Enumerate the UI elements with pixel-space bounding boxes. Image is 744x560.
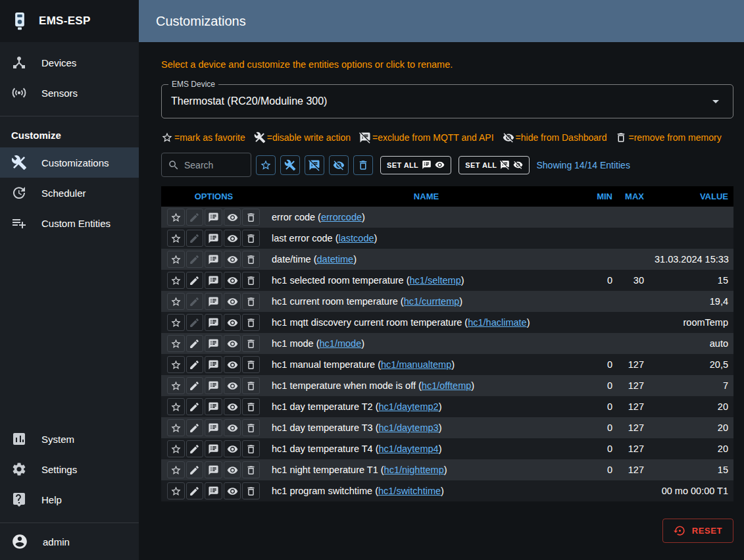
write-toggle-button[interactable] bbox=[186, 230, 204, 247]
ems-device-select[interactable]: EMS Device Thermostat (RC20/Moduline 300… bbox=[161, 84, 733, 118]
write-toggle-button[interactable] bbox=[186, 272, 204, 289]
mqtt-toggle-button[interactable] bbox=[205, 251, 222, 268]
set-all-visible-button[interactable]: SET ALL bbox=[380, 156, 451, 174]
entity-shortname-link[interactable]: hc1/mode bbox=[320, 338, 362, 349]
write-toggle-button[interactable] bbox=[186, 419, 204, 436]
delete-toggle-button[interactable] bbox=[242, 461, 260, 478]
delete-toggle-button[interactable] bbox=[242, 314, 260, 331]
sidebar-item-help[interactable]: Help bbox=[0, 484, 139, 515]
set-all-hidden-button[interactable]: SET ALL bbox=[459, 156, 530, 174]
write-toggle-button[interactable] bbox=[186, 251, 204, 268]
delete-toggle-button[interactable] bbox=[242, 272, 260, 289]
visibility-toggle-button[interactable] bbox=[224, 293, 241, 310]
sidebar-item-sensors[interactable]: Sensors bbox=[0, 78, 139, 108]
visibility-toggle-button[interactable] bbox=[224, 398, 241, 415]
mqtt-toggle-button[interactable] bbox=[205, 356, 222, 373]
delete-toggle-button[interactable] bbox=[242, 440, 260, 457]
favorite-toggle-button[interactable] bbox=[167, 272, 185, 289]
write-toggle-button[interactable] bbox=[186, 461, 204, 478]
favorite-toggle-button[interactable] bbox=[167, 419, 185, 436]
entity-name[interactable]: date/time (datetime) bbox=[266, 254, 586, 265]
entity-name[interactable]: hc1 mode (hc1/mode) bbox=[266, 338, 586, 349]
mqtt-toggle-button[interactable] bbox=[205, 209, 222, 226]
filter-exclude-mqtt-button[interactable] bbox=[305, 155, 324, 175]
delete-toggle-button[interactable] bbox=[242, 398, 260, 415]
entity-name[interactable]: hc1 program switchtime (hc1/switchtime) bbox=[266, 486, 586, 496]
entity-name[interactable]: hc1 day temperature T2 (hc1/daytemp2) bbox=[266, 401, 586, 412]
visibility-toggle-button[interactable] bbox=[224, 356, 241, 373]
sidebar-item-scheduler[interactable]: Scheduler bbox=[0, 178, 139, 208]
write-toggle-button[interactable] bbox=[186, 356, 204, 373]
entity-shortname-link[interactable]: errorcode bbox=[321, 212, 362, 222]
write-toggle-button[interactable] bbox=[186, 209, 204, 226]
entity-shortname-link[interactable]: datetime bbox=[317, 254, 354, 265]
visibility-toggle-button[interactable] bbox=[224, 419, 241, 436]
delete-toggle-button[interactable] bbox=[242, 230, 260, 247]
visibility-toggle-button[interactable] bbox=[224, 314, 241, 331]
sidebar-item-custom-entities[interactable]: Custom Entities bbox=[0, 208, 139, 238]
visibility-toggle-button[interactable] bbox=[224, 272, 241, 289]
delete-toggle-button[interactable] bbox=[242, 293, 260, 310]
entity-name[interactable]: hc1 night temperature T1 (hc1/nighttemp) bbox=[266, 465, 586, 475]
favorite-toggle-button[interactable] bbox=[167, 461, 185, 478]
filter-hidden-button[interactable] bbox=[329, 155, 349, 175]
entity-shortname-link[interactable]: hc1/manualtemp bbox=[381, 359, 451, 370]
write-toggle-button[interactable] bbox=[186, 440, 204, 457]
favorite-toggle-button[interactable] bbox=[167, 293, 185, 310]
entity-name[interactable]: hc1 temperature when mode is off (hc1/of… bbox=[266, 380, 586, 391]
mqtt-toggle-button[interactable] bbox=[205, 461, 222, 478]
entity-name[interactable]: hc1 day temperature T4 (hc1/daytemp4) bbox=[266, 444, 586, 454]
mqtt-toggle-button[interactable] bbox=[205, 440, 222, 457]
entity-shortname-link[interactable]: lastcode bbox=[339, 233, 374, 243]
entity-shortname-link[interactable]: hc1/seltemp bbox=[410, 275, 461, 286]
write-toggle-button[interactable] bbox=[186, 293, 204, 310]
filter-favorite-button[interactable] bbox=[256, 155, 276, 175]
favorite-toggle-button[interactable] bbox=[167, 314, 185, 331]
visibility-toggle-button[interactable] bbox=[224, 482, 241, 499]
sidebar-item-settings[interactable]: Settings bbox=[0, 454, 139, 484]
delete-toggle-button[interactable] bbox=[242, 209, 260, 226]
delete-toggle-button[interactable] bbox=[242, 482, 260, 499]
delete-toggle-button[interactable] bbox=[242, 251, 260, 268]
entity-shortname-link[interactable]: hc1/currtemp bbox=[404, 296, 460, 307]
favorite-toggle-button[interactable] bbox=[167, 398, 185, 415]
write-toggle-button[interactable] bbox=[186, 314, 204, 331]
mqtt-toggle-button[interactable] bbox=[205, 272, 222, 289]
reset-button[interactable]: RESET bbox=[662, 519, 733, 543]
mqtt-toggle-button[interactable] bbox=[205, 482, 222, 499]
favorite-toggle-button[interactable] bbox=[167, 356, 185, 373]
mqtt-toggle-button[interactable] bbox=[205, 419, 222, 436]
visibility-toggle-button[interactable] bbox=[224, 461, 241, 478]
mqtt-toggle-button[interactable] bbox=[205, 293, 222, 310]
entity-shortname-link[interactable]: hc1/haclimate bbox=[468, 317, 526, 328]
user-menu[interactable]: admin bbox=[0, 523, 139, 560]
mqtt-toggle-button[interactable] bbox=[205, 335, 222, 352]
entity-shortname-link[interactable]: hc1/daytemp4 bbox=[379, 444, 439, 454]
write-toggle-button[interactable] bbox=[186, 482, 204, 499]
entity-name[interactable]: error code (errorcode) bbox=[266, 212, 586, 222]
visibility-toggle-button[interactable] bbox=[224, 251, 241, 268]
filter-disable-write-button[interactable] bbox=[280, 155, 300, 175]
filter-removed-button[interactable] bbox=[353, 155, 373, 175]
delete-toggle-button[interactable] bbox=[242, 419, 260, 436]
favorite-toggle-button[interactable] bbox=[167, 251, 185, 268]
entity-shortname-link[interactable]: hc1/daytemp3 bbox=[379, 422, 439, 433]
delete-toggle-button[interactable] bbox=[242, 356, 260, 373]
entity-shortname-link[interactable]: hc1/offtemp bbox=[422, 380, 472, 391]
visibility-toggle-button[interactable] bbox=[224, 335, 241, 352]
mqtt-toggle-button[interactable] bbox=[205, 398, 222, 415]
visibility-toggle-button[interactable] bbox=[224, 377, 241, 394]
sidebar-item-customizations[interactable]: Customizations bbox=[0, 147, 139, 178]
entity-name[interactable]: hc1 current room temperature (hc1/currte… bbox=[266, 296, 586, 307]
entity-shortname-link[interactable]: hc1/nighttemp bbox=[384, 465, 444, 475]
visibility-toggle-button[interactable] bbox=[224, 230, 241, 247]
favorite-toggle-button[interactable] bbox=[167, 209, 185, 226]
favorite-toggle-button[interactable] bbox=[167, 440, 185, 457]
entity-name[interactable]: hc1 selected room temperature (hc1/selte… bbox=[266, 275, 586, 286]
delete-toggle-button[interactable] bbox=[242, 335, 260, 352]
visibility-toggle-button[interactable] bbox=[224, 440, 241, 457]
entity-name[interactable]: hc1 mqtt discovery current room temperat… bbox=[266, 317, 586, 328]
entity-shortname-link[interactable]: hc1/switchtime bbox=[378, 486, 441, 496]
sidebar-item-system[interactable]: System bbox=[0, 424, 139, 454]
write-toggle-button[interactable] bbox=[186, 398, 204, 415]
